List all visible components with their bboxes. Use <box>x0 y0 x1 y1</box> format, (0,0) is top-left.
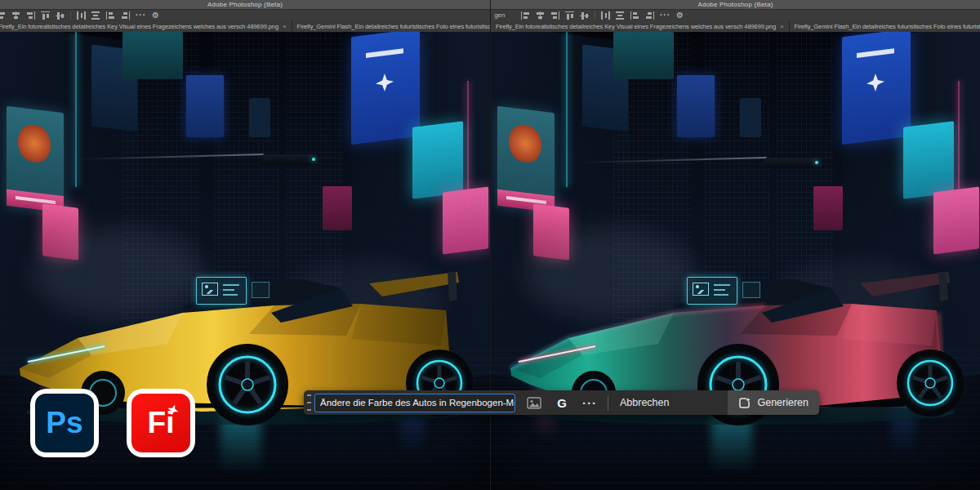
distribute-right-icon[interactable] <box>121 11 130 20</box>
billboard-screen <box>186 75 224 137</box>
cancel-button[interactable]: Abbrechen <box>608 397 687 408</box>
image-glyph-icon <box>202 283 218 296</box>
billboard-screen <box>740 98 761 137</box>
google-g-button[interactable]: G <box>553 396 571 410</box>
hologram-overlay <box>687 277 737 305</box>
billboard-screen <box>903 121 954 199</box>
distribute-horizontal-icon[interactable] <box>601 11 610 20</box>
align-center-horizontal-icon[interactable] <box>536 11 545 20</box>
hologram-overlay <box>196 277 247 305</box>
document-tab-bar: Firefly_Ein fotorealistisches detailreic… <box>491 20 980 32</box>
hologram-overlay <box>252 282 270 298</box>
hologram-overlay <box>742 282 760 298</box>
distribute-right-icon[interactable] <box>645 11 654 20</box>
billboard-screen <box>351 32 420 145</box>
document-tab[interactable]: Firefly_Ein fotorealistisches detailreic… <box>0 20 292 32</box>
prompt-text: Ändere die Farbe des Autos in Regenbogen… <box>320 398 515 408</box>
align-middle-vertical-icon[interactable] <box>56 11 65 20</box>
document-tab[interactable]: Firefly_Gemini Flash_Ein detailreiches f… <box>292 20 490 32</box>
window-title: Adobe Photoshop (Beta) <box>0 0 490 9</box>
billboard-screen <box>613 32 674 79</box>
taskbar-more-button[interactable]: ··· <box>580 396 599 410</box>
document-tab[interactable]: Firefly_Gemini Flash_Ein detailreiches f… <box>790 20 980 32</box>
photoshop-window-after: Adobe Photoshop (Beta) anzeigen ··· ⚙ Fi… <box>490 0 980 490</box>
billboard-screen <box>497 106 555 213</box>
billboard-screen <box>323 186 352 230</box>
window-title: Adobe Photoshop (Beta) <box>491 0 980 9</box>
billboard-screen <box>122 32 183 79</box>
billboard-screen <box>677 75 715 137</box>
options-more-icon[interactable]: ··· <box>136 11 146 20</box>
gear-icon[interactable]: ⚙ <box>676 11 684 20</box>
align-top-icon[interactable] <box>565 11 574 20</box>
billboard-screen <box>249 98 270 137</box>
generate-button[interactable]: Generieren <box>728 390 819 415</box>
reference-image-button[interactable] <box>526 397 542 409</box>
tab-filename: Firefly_Gemini Flash_Ein detailreiches f… <box>795 23 980 30</box>
neon-light-strip <box>467 81 469 203</box>
billboard-screen <box>412 121 463 199</box>
document-tab-bar: Firefly_Ein fotorealistisches detailreic… <box>0 20 490 32</box>
options-more-icon[interactable]: ··· <box>660 11 670 20</box>
tab-filename: Firefly_Ein fotorealistisches detailreic… <box>496 23 776 30</box>
image-icon <box>527 397 541 409</box>
align-top-icon[interactable] <box>41 11 50 20</box>
close-icon[interactable]: × <box>780 23 784 30</box>
image-glyph-icon <box>693 283 709 296</box>
billboard-screen <box>7 106 64 213</box>
generate-label: Generieren <box>757 397 808 408</box>
document-canvas-after[interactable] <box>491 32 980 490</box>
drag-handle[interactable] <box>304 390 314 415</box>
align-center-horizontal-icon[interactable] <box>11 11 20 20</box>
contextual-task-bar: Ändere die Farbe des Autos in Regenbogen… <box>304 390 819 415</box>
photoshop-logo: Ps <box>30 389 99 457</box>
options-bar: ··· ⚙ <box>0 9 490 20</box>
neon-light-strip <box>566 32 568 187</box>
billboard-screen <box>813 186 843 230</box>
align-right-icon[interactable] <box>550 11 559 20</box>
neon-light-strip <box>75 32 77 187</box>
options-divider <box>595 11 595 20</box>
distribute-vertical-icon[interactable] <box>91 11 100 20</box>
billboard-screen <box>842 32 911 145</box>
gear-icon[interactable]: ⚙ <box>152 11 159 20</box>
align-right-icon[interactable] <box>26 11 35 20</box>
options-divider <box>70 11 71 20</box>
distribute-left-icon[interactable] <box>630 11 639 20</box>
document-tab[interactable]: Firefly_Ein fotorealistisches detailreic… <box>491 20 790 32</box>
flying-vehicle <box>261 154 317 165</box>
photoshop-logo-text: Ps <box>46 406 82 440</box>
align-left-icon[interactable] <box>0 11 6 20</box>
options-bar: anzeigen ··· ⚙ <box>491 9 980 20</box>
options-clipped-label: anzeigen <box>494 11 515 19</box>
align-left-icon[interactable] <box>521 11 530 20</box>
distribute-horizontal-icon[interactable] <box>77 11 86 20</box>
firefly-logo-text: Fi <box>148 406 175 440</box>
distribute-left-icon[interactable] <box>106 11 115 20</box>
generate-icon <box>738 397 751 409</box>
firefly-logo: Fi <box>127 389 195 457</box>
close-icon[interactable]: × <box>283 23 287 30</box>
tab-filename: Firefly_Gemini Flash_Ein detailreiches f… <box>297 23 490 30</box>
flying-vehicle <box>764 158 820 168</box>
tab-filename: Firefly_Ein fotorealistisches detailreic… <box>0 23 278 30</box>
align-middle-vertical-icon[interactable] <box>580 11 589 20</box>
neon-light-strip <box>958 81 960 203</box>
prompt-input[interactable]: Ändere die Farbe des Autos in Regenbogen… <box>314 394 515 412</box>
distribute-vertical-icon[interactable] <box>616 11 625 20</box>
